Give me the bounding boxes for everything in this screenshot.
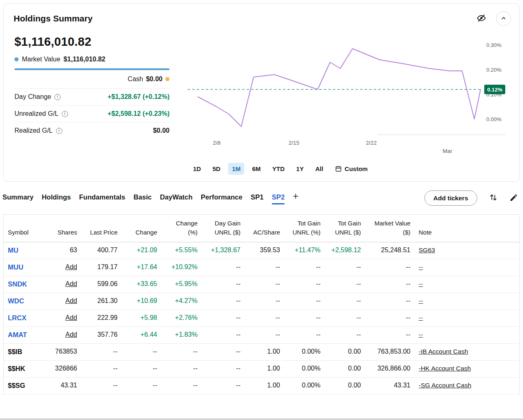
cell-shares: Add bbox=[49, 326, 81, 343]
table-row-ssIB[interactable]: $$IB763853--------1.000.00%0.00763,853.0… bbox=[4, 343, 519, 360]
cell-change-pct: +4.27% bbox=[161, 293, 202, 310]
note-link[interactable]: -- bbox=[419, 297, 423, 304]
table-row-AMAT[interactable]: AMATAdd357.76+6.44+1.83%------------ bbox=[4, 326, 519, 343]
range-1d[interactable]: 1D bbox=[189, 163, 205, 175]
cell-symbol: WDC bbox=[4, 293, 49, 310]
column-header-change[interactable]: Change bbox=[122, 215, 161, 242]
symbol-link[interactable]: MUU bbox=[8, 263, 24, 271]
cell-shares: 43.31 bbox=[49, 377, 81, 394]
cell-ac-share: -- bbox=[245, 293, 284, 310]
range-5d[interactable]: 5D bbox=[209, 163, 224, 175]
cell-last-price: 599.06 bbox=[81, 276, 122, 293]
symbol-link[interactable]: $$HK bbox=[8, 365, 25, 372]
collapse-card-button[interactable] bbox=[496, 11, 511, 26]
table-row-MUU[interactable]: MUUAdd179.17+17.64+10.92%------------ bbox=[4, 259, 519, 276]
add-shares-link[interactable]: Add bbox=[66, 314, 77, 321]
tab-fundamentals[interactable]: Fundamentals bbox=[79, 190, 125, 206]
column-header-day-gain[interactable]: Day Gain UNRL ($) bbox=[202, 215, 245, 242]
range-6m[interactable]: 6M bbox=[248, 163, 264, 175]
symbol-link[interactable]: WDC bbox=[8, 297, 24, 305]
table-row-MU[interactable]: MU63400.77+21.09+5.55%+1,328.67359.53+11… bbox=[4, 242, 519, 259]
tab-sp1[interactable]: SP1 bbox=[251, 190, 264, 206]
note-link[interactable]: -- bbox=[419, 263, 423, 270]
add-tab-button[interactable]: + bbox=[293, 191, 298, 206]
cell-shares: 326866 bbox=[49, 360, 81, 377]
cell-shares: Add bbox=[49, 259, 81, 276]
summary-stat-row: Realized G/Li$0.00 bbox=[14, 122, 170, 139]
tab-holdings[interactable]: Holdings bbox=[42, 190, 71, 206]
symbol-link[interactable]: AMAT bbox=[8, 331, 27, 338]
cell-symbol: $$HK bbox=[4, 360, 49, 377]
time-range-selector: 1D5D1M6MYTD1YAllCustom bbox=[189, 163, 511, 175]
column-header-last-price[interactable]: Last Price bbox=[81, 215, 122, 242]
market-value-dot-icon bbox=[14, 57, 19, 61]
note-link[interactable]: -HK Account Cash bbox=[419, 365, 471, 372]
cell-ac-share: 1.00 bbox=[245, 377, 284, 394]
add-shares-link[interactable]: Add bbox=[66, 263, 77, 270]
performance-chart[interactable]: 0.30%0.20%0.10%0.00%2/82/152/22Mar 0.12% bbox=[188, 31, 506, 160]
table-row-LRCX[interactable]: LRCXAdd222.99+5.98+2.76%------------ bbox=[4, 310, 519, 326]
symbol-link[interactable]: MU bbox=[8, 246, 19, 254]
note-link[interactable]: -- bbox=[419, 314, 423, 321]
cell-day-gain: -- bbox=[202, 293, 245, 310]
table-row-SNDK[interactable]: SNDKAdd599.06+33.65+5.95%------------ bbox=[4, 276, 519, 293]
range-ytd[interactable]: YTD bbox=[269, 163, 288, 175]
note-link[interactable]: SG63 bbox=[419, 246, 435, 253]
cell-note: -- bbox=[415, 326, 519, 343]
symbol-link[interactable]: LRCX bbox=[8, 314, 26, 321]
svg-text:2/8: 2/8 bbox=[213, 140, 221, 146]
symbol-link[interactable]: SNDK bbox=[8, 280, 27, 288]
tab-daywatch[interactable]: DayWatch bbox=[160, 190, 193, 206]
table-row-WDC[interactable]: WDCAdd261.30+10.69+4.27%------------ bbox=[4, 293, 519, 310]
cell-market-value: 763,853.00 bbox=[365, 343, 415, 360]
hide-values-button[interactable] bbox=[476, 13, 486, 24]
column-header-change-pct[interactable]: Change (%) bbox=[161, 215, 202, 242]
column-header-note[interactable]: Note bbox=[415, 215, 519, 242]
tab-basic[interactable]: Basic bbox=[134, 190, 152, 206]
table-row-ssHK[interactable]: $$HK326866--------1.000.00%0.00326,866.0… bbox=[4, 360, 519, 377]
eye-off-icon bbox=[476, 13, 486, 24]
cell-tot-gain: -- bbox=[325, 326, 365, 343]
column-header-symbol[interactable]: Symbol bbox=[4, 215, 49, 242]
edit-button[interactable] bbox=[509, 193, 518, 203]
column-header-ac-share[interactable]: AC/Share bbox=[245, 215, 284, 242]
column-header-tot-gain[interactable]: Tot Gain UNRL ($) bbox=[325, 215, 365, 242]
tab-summary[interactable]: Summary bbox=[2, 190, 33, 206]
sort-button[interactable] bbox=[489, 193, 498, 203]
symbol-link[interactable]: $$IB bbox=[8, 348, 22, 355]
table-row-ssSG[interactable]: $$SG43.31--------1.000.00%0.0043.31-SG A… bbox=[4, 377, 519, 394]
column-header-shares[interactable]: Shares bbox=[49, 215, 81, 242]
summary-stats: Day Changei+$1,328.67 (+0.12%)Unrealized… bbox=[14, 88, 170, 139]
add-shares-link[interactable]: Add bbox=[66, 280, 77, 287]
chart-svg: 0.30%0.20%0.10%0.00%2/82/152/22Mar bbox=[188, 31, 506, 160]
note-link[interactable]: -- bbox=[419, 331, 423, 338]
symbol-link[interactable]: $$SG bbox=[8, 382, 25, 389]
tab-sp2[interactable]: SP2 bbox=[272, 190, 285, 206]
range-custom[interactable]: Custom bbox=[331, 163, 372, 175]
add-tickers-button[interactable]: Add tickers bbox=[424, 190, 477, 206]
cell-market-value: 326,866.00 bbox=[365, 360, 415, 377]
cell-last-price: 261.30 bbox=[81, 293, 122, 310]
add-shares-link[interactable]: Add bbox=[66, 331, 77, 338]
range-1m[interactable]: 1M bbox=[228, 163, 244, 175]
range-1y[interactable]: 1Y bbox=[292, 163, 307, 175]
info-icon[interactable]: i bbox=[56, 128, 62, 134]
tab-performance[interactable]: Performance bbox=[201, 190, 243, 206]
cell-tot-gain: 0.00 bbox=[325, 343, 365, 360]
cell-ac-share: 359.53 bbox=[245, 242, 284, 259]
cell-change: +21.09 bbox=[122, 242, 161, 259]
cell-tot-gain-pct: +11.47% bbox=[284, 242, 325, 259]
cell-change-pct: -- bbox=[161, 343, 202, 360]
add-shares-link[interactable]: Add bbox=[66, 297, 77, 304]
note-link[interactable]: -IB Account Cash bbox=[419, 348, 468, 355]
cell-day-gain: +1,328.67 bbox=[202, 242, 245, 259]
range-all[interactable]: All bbox=[311, 163, 327, 175]
note-link[interactable]: -SG Account Cash bbox=[419, 382, 471, 389]
column-header-market-value[interactable]: Market Value ($) bbox=[365, 215, 415, 242]
cell-ac-share: 1.00 bbox=[245, 343, 284, 360]
column-header-tot-gain-pct[interactable]: Tot Gain UNRL (%) bbox=[284, 215, 325, 242]
cell-day-gain: -- bbox=[202, 310, 245, 326]
info-icon[interactable]: i bbox=[62, 111, 68, 117]
note-link[interactable]: -- bbox=[419, 280, 423, 287]
info-icon[interactable]: i bbox=[54, 94, 61, 100]
